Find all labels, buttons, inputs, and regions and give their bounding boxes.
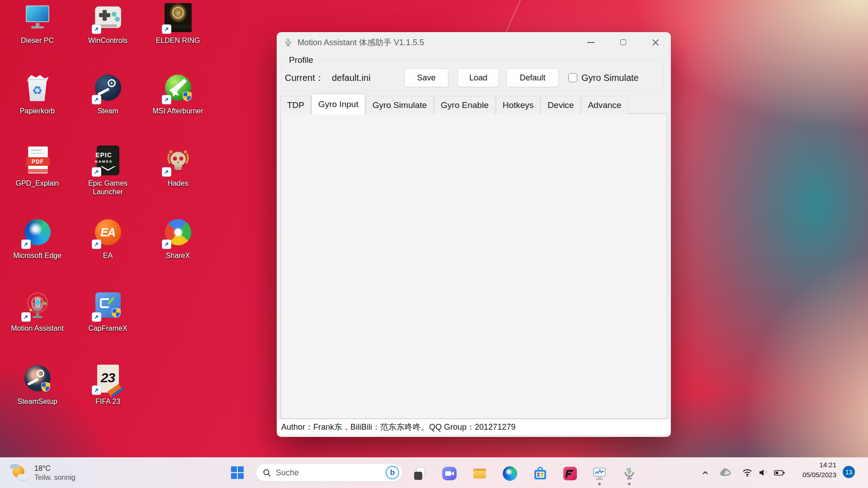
icon-label: Epic Games Launcher [75,179,141,196]
search-input[interactable] [276,468,386,478]
gyro-simulate-checkbox[interactable] [568,73,577,82]
icon-label: Steam [97,107,118,115]
shortcut-arrow-icon [162,239,171,249]
load-button[interactable]: Load [458,68,499,87]
desktop-icon-motion-assistant[interactable]: Motion Assistant [5,291,70,333]
tray-onedrive[interactable] [717,457,735,488]
tab-advance[interactable]: Advance [581,96,628,114]
tab-gyro-enable[interactable]: Gyro Enable [434,96,495,114]
icon-label: FIFA 23 [95,397,120,406]
performance-monitor-icon [591,465,608,482]
desktop-icon-steam[interactable]: Steam [75,73,141,115]
tab-device[interactable]: Device [541,96,580,114]
maximize-button[interactable] [613,34,632,51]
desktop-icon-elden-ring[interactable]: ELDEN RING [145,3,211,45]
tray-wifi[interactable] [738,457,756,488]
status-bar: Author：Frank东，BiliBili：范东东咚咚。QQ Group：20… [278,419,670,435]
task-view-icon [411,465,427,482]
desktop-icon-wincontrols[interactable]: WinControls [75,3,141,45]
steam-setup-icon [22,364,53,394]
notification-badge[interactable]: 13 [843,466,855,478]
taskbar-microsoft-store[interactable] [530,464,550,483]
desktop-icon-dieser-pc[interactable]: Dieser PC [5,3,70,45]
icon-label: EA [103,251,113,260]
shortcut-arrow-icon [92,24,101,34]
tab-gyro-input[interactable]: Gyro Input [311,94,365,114]
msi-afterburner-icon [163,73,193,104]
this-pc-icon [22,3,53,33]
shortcut-arrow-icon [21,239,31,249]
shortcut-arrow-icon [92,167,101,177]
desktop-icon-epic-games[interactable]: EPICGAMES Epic Games Launcher [75,145,141,196]
desktop-icon-hades[interactable]: Hades [145,145,211,188]
fifa23-icon: 23 [93,364,123,394]
edge-icon [502,465,518,482]
icon-label: Dieser PC [21,36,54,45]
cloud-icon [720,468,731,478]
taskbar-chat[interactable] [439,464,459,483]
battery-icon [774,468,785,478]
minimize-button[interactable] [581,34,600,51]
taskbar-performance-monitor[interactable] [590,464,609,483]
tab-gyro-simulate[interactable]: Gyro Simulate [366,96,434,114]
start-button[interactable] [230,465,245,480]
desktop-icon-fifa23[interactable]: 23 FIFA 23 [75,364,141,406]
shortcut-arrow-icon [162,95,171,104]
close-button[interactable] [646,34,665,51]
title-bar[interactable]: Motion Assistant 体感助手 V1.1.5.5 [277,32,671,52]
desktop-icon-msi-afterburner[interactable]: MSI Afterburner [145,73,211,115]
icon-label: CapFrameX [88,324,127,333]
desktop-icon-papierkorb[interactable]: ♻ Papierkorb [5,73,70,115]
uac-shield-icon [183,91,192,101]
current-profile-value: default.ini [332,72,371,84]
forza-icon [562,465,578,482]
desktop-icon-steamsetup[interactable]: SteamSetup [5,364,70,406]
chevron-up-icon [700,468,710,478]
taskbar-forza[interactable] [560,464,580,483]
save-button[interactable]: Save [404,68,448,87]
desktop-icon-microsoft-edge[interactable]: Microsoft Edge [5,218,70,260]
icon-label: Papierkorb [20,107,55,115]
hades-skull-icon [163,145,193,176]
wifi-icon [742,468,753,478]
tray-volume[interactable] [754,457,772,488]
weather-condition: Teilw. sonnig [34,473,75,482]
profile-group-label: Profile [286,54,316,66]
taskbar-clock[interactable]: 14:21 05/05/2023 [787,460,836,480]
shortcut-arrow-icon [92,239,101,249]
app-mic-icon [283,37,293,47]
tray-battery[interactable] [770,457,788,488]
desktop-icon-sharex[interactable]: ShareX [145,218,211,260]
icon-label: SteamSetup [17,397,57,406]
desktop-icon-ea[interactable]: EA EA [75,218,141,260]
taskbar-file-explorer[interactable] [470,464,490,483]
desktop-icon-capframex[interactable]: CapFrameX [75,291,141,333]
search-icon [263,469,271,477]
epic-games-icon: EPICGAMES [93,145,123,176]
gamepad-icon [93,3,123,33]
taskbar-motion-assistant[interactable] [619,464,639,483]
icon-label: GPD_Explain [15,179,59,188]
tray-chevron[interactable] [696,457,714,488]
shortcut-arrow-icon [162,24,171,34]
bing-icon[interactable]: b [386,466,399,479]
default-button[interactable]: Default [506,68,559,87]
motion-assistant-icon [22,291,53,321]
taskbar-edge[interactable] [500,464,520,483]
speaker-icon [758,468,769,478]
running-indicator [628,483,631,485]
taskbar-weather-widget[interactable]: 18°C Teilw. sonnig [10,460,75,486]
shortcut-arrow-icon [92,385,101,395]
icon-label: ShareX [166,251,190,260]
taskbar-task-view[interactable] [409,464,429,483]
taskbar-search[interactable]: b [256,464,402,482]
icon-label: ELDEN RING [156,36,200,45]
icon-label: Hades [167,179,188,188]
recycle-bin-icon: ♻ [22,73,53,104]
shortcut-arrow-icon [21,312,31,322]
icon-label: MSI Afterburner [152,107,203,115]
tab-hotkeys[interactable]: Hotkeys [496,96,541,114]
tab-tdp[interactable]: TDP [280,96,311,114]
ea-icon: EA [93,218,123,249]
desktop-icon-gpd-explain[interactable]: PDF GPD_Explain [5,145,70,188]
